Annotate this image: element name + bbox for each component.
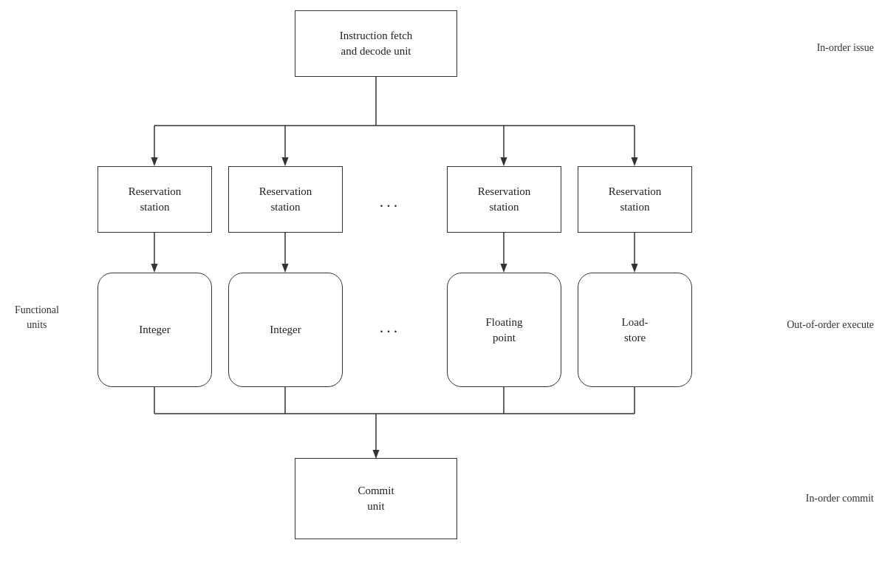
fetch-decode-box: Instruction fetch and decode unit — [295, 10, 457, 77]
ellipsis-top: ... — [360, 192, 420, 211]
res1-label: Reservation station — [129, 184, 182, 215]
reservation-station-4: Reservation station — [578, 166, 692, 233]
reservation-station-2: Reservation station — [228, 166, 343, 233]
loadstore-label: Load- store — [622, 315, 649, 346]
integer-unit-2: Integer — [228, 273, 343, 387]
integer-unit-1: Integer — [98, 273, 212, 387]
commit-label: Commit unit — [358, 483, 394, 514]
in-order-issue-label: In-order issue — [817, 41, 874, 55]
res4-label: Reservation station — [609, 184, 662, 215]
floating-point-unit: Floating point — [447, 273, 561, 387]
int2-label: Integer — [270, 322, 301, 338]
res2-label: Reservation station — [259, 184, 312, 215]
functional-units-label: Functional units — [15, 303, 59, 332]
ellipsis-middle: ... — [360, 318, 420, 337]
fetch-decode-label: Instruction fetch and decode unit — [340, 28, 413, 59]
reservation-station-1: Reservation station — [98, 166, 212, 233]
int1-label: Integer — [139, 322, 170, 338]
float-label: Floating point — [485, 315, 522, 346]
commit-unit-box: Commit unit — [295, 458, 457, 539]
res3-label: Reservation station — [478, 184, 531, 215]
diagram-container: Instruction fetch and decode unit Reserv… — [0, 0, 896, 588]
load-store-unit: Load- store — [578, 273, 692, 387]
in-order-commit-label: In-order commit — [806, 491, 874, 506]
out-of-order-label: Out-of-order execute — [787, 318, 874, 332]
reservation-station-3: Reservation station — [447, 166, 561, 233]
